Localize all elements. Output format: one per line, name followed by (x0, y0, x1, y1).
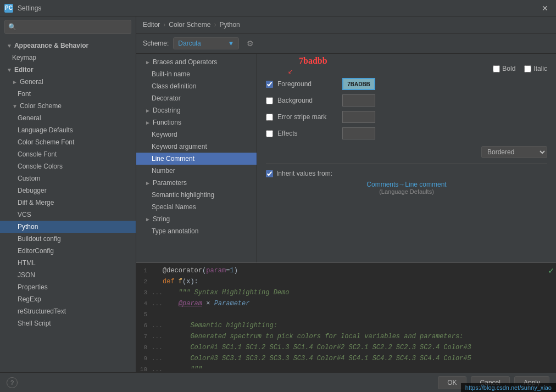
sidebar-item-shellscript[interactable]: Shell Script (0, 317, 136, 329)
sidebar-item-general[interactable]: ► General (0, 76, 136, 88)
sidebar-item-color-scheme[interactable]: ▼ Color Scheme (0, 100, 136, 112)
search-input[interactable] (8, 23, 127, 31)
sidebar-item-json[interactable]: JSON (0, 269, 136, 281)
inherit-row: Inherit values from: (266, 170, 547, 177)
decorator-name: decorator (166, 267, 202, 275)
sidebar-item-label: Custom (18, 175, 40, 182)
sidebar-item-debugger[interactable]: Debugger (0, 184, 136, 197)
sidebar-item-label: Color Scheme (20, 102, 62, 110)
middle-item-line-comment[interactable]: Line Comment (136, 153, 257, 165)
sidebar-item-label: RegExp (18, 295, 41, 303)
foreground-color-box[interactable]: 7BADBB (342, 78, 375, 90)
close-button[interactable]: ✕ (538, 3, 552, 14)
line-content: Semantic highlighting: (163, 322, 277, 329)
foreground-color-value: 7BADBB (347, 81, 370, 87)
sidebar-item-general-sub[interactable]: General (0, 112, 136, 124)
sidebar-item-vcs[interactable]: VCS (0, 209, 136, 221)
effects-type-select[interactable]: Bordered Underscored Bold Underscored Do… (481, 146, 547, 158)
settings-tree: ▼ Appearance & Behavior Keymap ▼ Editor … (0, 37, 136, 372)
help-button[interactable]: ? (7, 377, 18, 388)
line-content: """ Syntax Highlighting Demo (163, 289, 289, 296)
error-stripe-checkbox[interactable] (266, 114, 273, 121)
inherit-label: Inherit values from: (276, 170, 332, 177)
sidebar-item-console-colors[interactable]: Console Colors (0, 160, 136, 172)
sidebar-item-label: Appearance & Behavior (14, 42, 88, 49)
italic-checkbox[interactable] (524, 65, 531, 72)
breadcrumb-sep2: › (214, 21, 216, 29)
bold-text: Bold (502, 65, 515, 72)
italic-label[interactable]: Italic (524, 65, 547, 72)
sidebar-item-custom[interactable]: Custom (0, 172, 136, 184)
param-ref: @param (179, 300, 202, 307)
sidebar-item-font[interactable]: Font (0, 88, 136, 100)
sidebar-item-html[interactable]: HTML (0, 257, 136, 269)
inherit-link[interactable]: Comments→Line comment (266, 181, 547, 188)
right-panel: Editor › Color Scheme › Python Scheme: D… (136, 16, 556, 372)
line-number: 8 (136, 344, 152, 351)
sidebar-item-label: Shell Script (18, 320, 51, 327)
sidebar-item-properties[interactable]: Properties (0, 281, 136, 293)
scheme-value: Darcula (178, 40, 201, 47)
sidebar-item-editorconfig[interactable]: EditorConfig (0, 245, 136, 257)
bold-label[interactable]: Bold (493, 65, 515, 72)
middle-item-builtin[interactable]: Built-in name (136, 68, 257, 80)
param-val: 1 (230, 267, 233, 275)
line-number: 1 (136, 267, 152, 274)
arrow-icon: ► (12, 79, 18, 85)
middle-item-parameters[interactable]: ► Parameters (136, 177, 257, 189)
sidebar-item-label: Debugger (18, 187, 47, 194)
middle-item-keyword[interactable]: Keyword (136, 128, 257, 141)
middle-item-docstring[interactable]: ► Docstring (136, 104, 257, 116)
sidebar-item-keymap[interactable]: Keymap (0, 52, 136, 64)
expand-icon: ► (145, 180, 151, 186)
sidebar-item-color-scheme-font[interactable]: Color Scheme Font (0, 136, 136, 148)
sidebar-item-python[interactable]: Python (0, 221, 136, 233)
code-line-4: 4 ... @param × Parameter (136, 298, 556, 309)
effects-color-box[interactable] (342, 127, 375, 139)
line-dots: ... (152, 366, 163, 372)
valid-icon: ✓ (548, 265, 554, 276)
sidebar-item-diff-merge[interactable]: Diff & Merge (0, 197, 136, 209)
bold-checkbox[interactable] (493, 65, 500, 72)
effects-checkbox[interactable] (266, 130, 273, 137)
search-box[interactable] (4, 20, 131, 34)
sidebar-item-appearance[interactable]: ▼ Appearance & Behavior (0, 40, 136, 52)
gear-button[interactable]: ⚙ (243, 37, 257, 50)
scheme-row: Scheme: Darcula ▼ ⚙ (136, 33, 556, 54)
sidebar-item-label: Console Colors (18, 163, 63, 170)
background-checkbox[interactable] (266, 97, 273, 104)
code-line-1: 1 @decorator(param=1) (136, 265, 556, 276)
scheme-select[interactable]: Darcula ▼ (173, 37, 239, 49)
sidebar-item-restructuredtext[interactable]: reStructuredText (0, 305, 136, 317)
close-paren: ) (234, 267, 238, 275)
error-stripe-color-box[interactable] (342, 111, 375, 123)
sidebar-item-lang-defaults[interactable]: Language Defaults (0, 124, 136, 136)
sidebar-item-label: JSON (18, 271, 35, 279)
middle-item-number[interactable]: Number (136, 165, 257, 177)
dropdown-arrow-icon: ▼ (227, 40, 234, 47)
sidebar-item-buildout[interactable]: Buildout config (0, 233, 136, 245)
middle-item-semantic[interactable]: Semantic highlighting (136, 189, 257, 201)
sidebar-item-label: HTML (18, 259, 36, 267)
middle-item-decorator[interactable]: Decorator (136, 92, 257, 104)
sidebar: ▼ Appearance & Behavior Keymap ▼ Editor … (0, 16, 136, 372)
middle-item-special-names[interactable]: Special Names (136, 201, 257, 213)
sidebar-item-console-font[interactable]: Console Font (0, 148, 136, 160)
foreground-checkbox[interactable] (266, 81, 273, 88)
middle-item-class[interactable]: Class definition (136, 80, 257, 92)
middle-item-functions[interactable]: ► Functions (136, 116, 257, 128)
sidebar-item-regexp[interactable]: RegExp (0, 293, 136, 305)
line-dots: ... (152, 289, 163, 296)
scheme-label: Scheme: (143, 40, 169, 47)
line-content: Color#1 SC1.1 SC1.2 SC1.3 SC1.4 Color#2 … (163, 344, 471, 351)
middle-item-string[interactable]: ► String (136, 213, 257, 225)
middle-item-keyword-arg[interactable]: Keyword argument (136, 141, 257, 153)
sidebar-item-label: EditorConfig (18, 247, 54, 255)
background-color-box[interactable] (342, 94, 375, 107)
param-word: Parameter (214, 300, 250, 307)
middle-list: ► Braces and Operators Built-in name Cla… (136, 54, 257, 262)
middle-item-type-annotation[interactable]: Type annotation (136, 225, 257, 237)
sidebar-item-editor[interactable]: ▼ Editor (0, 64, 136, 76)
middle-item-braces[interactable]: ► Braces and Operators (136, 56, 257, 68)
inherit-checkbox[interactable] (266, 170, 273, 177)
